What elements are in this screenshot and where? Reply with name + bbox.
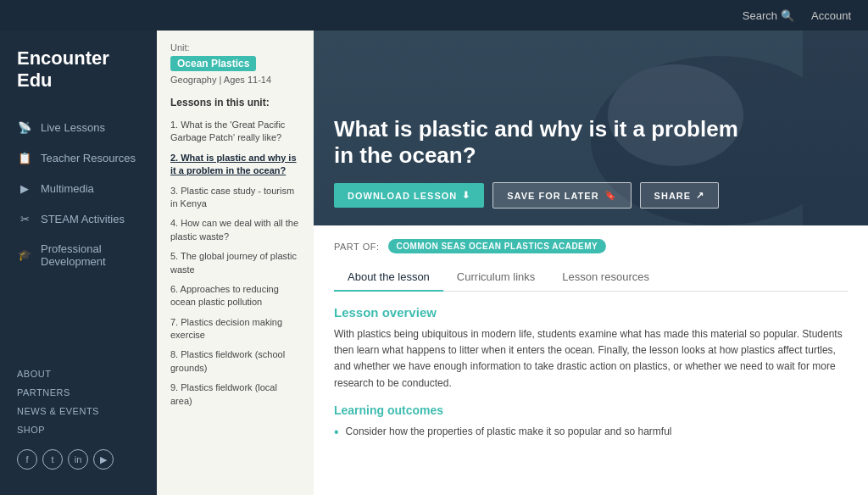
sidebar-item-professional-development[interactable]: 🎓 Professional Development: [0, 235, 157, 275]
save-for-later-button[interactable]: SAVE FOR LATER 🔖: [492, 182, 631, 209]
top-bar: Search 🔍 Account: [0, 0, 868, 31]
sidebar-item-label: STEAM Activities: [41, 213, 125, 225]
lesson-item-2[interactable]: 2. What is plastic and why is it a probl…: [170, 148, 300, 181]
sidebar-social: f t in ▶: [0, 449, 157, 478]
unit-label: Unit:: [170, 42, 300, 53]
share-button[interactable]: SHARE ↗: [640, 182, 720, 209]
hero-title: What is plastic and why is it a problem …: [334, 116, 741, 169]
save-label: SAVE FOR LATER: [507, 191, 598, 201]
shop-link[interactable]: Shop: [17, 420, 140, 439]
lessons-title: Lessons in this unit:: [170, 97, 300, 108]
lesson-item-1[interactable]: 1. What is the 'Great Pacific Garbage Pa…: [170, 115, 300, 148]
instagram-icon[interactable]: in: [68, 449, 88, 470]
main-layout: Encounter Edu 📡 Live Lessons 📋 Teacher R…: [0, 31, 868, 495]
overview-title: Lesson overview: [334, 305, 848, 320]
lesson-item-4[interactable]: 4. How can we deal with all the plastic …: [170, 214, 300, 247]
share-icon: ↗: [696, 190, 704, 201]
download-icon: ⬇: [462, 190, 470, 201]
logo: Encounter Edu: [0, 47, 157, 113]
search-label: Search: [743, 9, 777, 22]
download-lesson-button[interactable]: DOWNLOAD LESSON ⬇: [334, 183, 484, 208]
partners-link[interactable]: Partners: [17, 383, 140, 402]
sidebar-item-live-lessons[interactable]: 📡 Live Lessons: [0, 113, 157, 143]
share-label: SHARE: [654, 191, 692, 201]
sidebar-item-multimedia[interactable]: ▶ Multimedia: [0, 174, 157, 204]
lesson-item-5[interactable]: 5. The global journey of plastic waste: [170, 247, 300, 280]
tab-curriculum[interactable]: Curriculum links: [443, 264, 548, 292]
sidebar-item-teacher-resources[interactable]: 📋 Teacher Resources: [0, 143, 157, 174]
lesson-item-6[interactable]: 6. Approaches to reducing ocean plastic …: [170, 280, 300, 313]
download-label: DOWNLOAD LESSON: [348, 191, 457, 201]
professional-development-icon: 🎓: [17, 248, 32, 263]
news-events-link[interactable]: News & Events: [17, 402, 140, 420]
sidebar-item-label: Teacher Resources: [41, 152, 136, 164]
youtube-icon[interactable]: ▶: [93, 449, 114, 470]
hero-section: What is plastic and why is it a problem …: [314, 31, 868, 225]
teacher-resources-icon: 📋: [17, 151, 32, 166]
facebook-icon[interactable]: f: [17, 449, 37, 470]
tab-about[interactable]: About the lesson: [334, 264, 443, 292]
sidebar-nav: 📡 Live Lessons 📋 Teacher Resources ▶ Mul…: [0, 113, 157, 275]
overview-text: With plastics being ubiquitous in modern…: [334, 326, 848, 392]
unit-badge: Ocean Plastics: [170, 56, 256, 71]
part-of-label: PART OF:: [334, 242, 380, 252]
steam-activities-icon: ✂: [17, 212, 32, 227]
outcome-item-1: • Consider how the properties of plastic…: [334, 424, 848, 440]
tabs-row: About the lesson Curriculum links Lesson…: [334, 264, 848, 292]
unit-sub: Geography | Ages 11-14: [170, 75, 300, 85]
content-area: What is plastic and why is it a problem …: [314, 31, 868, 495]
part-of-badge[interactable]: COMMON SEAS OCEAN PLASTICS ACADEMY: [388, 239, 607, 253]
bullet-icon: •: [334, 424, 339, 440]
sidebar-item-label: Professional Development: [41, 242, 140, 268]
sidebar-footer: About Partners News & Events Shop: [0, 356, 157, 439]
logo-text: Encounter Edu: [17, 47, 140, 92]
sidebar-item-label: Multimedia: [41, 182, 94, 195]
part-of-row: PART OF: COMMON SEAS OCEAN PLASTICS ACAD…: [334, 239, 848, 253]
about-link[interactable]: About: [17, 364, 140, 383]
outcomes-title: Learning outcomes: [334, 403, 848, 417]
lesson-item-9[interactable]: 9. Plastics fieldwork (local area): [170, 378, 300, 411]
account-button[interactable]: Account: [811, 9, 851, 22]
live-lessons-icon: 📡: [17, 120, 32, 136]
sidebar-item-label: Live Lessons: [41, 121, 105, 134]
account-label: Account: [811, 9, 851, 22]
sidebar: Encounter Edu 📡 Live Lessons 📋 Teacher R…: [0, 31, 157, 495]
lesson-item-8[interactable]: 8. Plastics fieldwork (school grounds): [170, 345, 300, 378]
search-button[interactable]: Search 🔍: [743, 9, 794, 22]
lesson-item-3[interactable]: 3. Plastic case study - tourism in Kenya: [170, 181, 300, 214]
multimedia-icon: ▶: [17, 181, 32, 197]
hero-actions: DOWNLOAD LESSON ⬇ SAVE FOR LATER 🔖 SHARE…: [334, 182, 848, 209]
tab-resources[interactable]: Lesson resources: [548, 264, 663, 292]
bookmark-icon: 🔖: [604, 190, 617, 201]
content-body: PART OF: COMMON SEAS OCEAN PLASTICS ACAD…: [314, 225, 868, 495]
outcome-text: Consider how the properties of plastic m…: [346, 424, 672, 439]
unit-panel: Unit: Ocean Plastics Geography | Ages 11…: [157, 31, 314, 495]
search-icon: 🔍: [781, 9, 794, 22]
sidebar-item-steam-activities[interactable]: ✂ STEAM Activities: [0, 204, 157, 235]
lesson-item-7[interactable]: 7. Plastics decision making exercise: [170, 313, 300, 346]
twitter-icon[interactable]: t: [42, 449, 63, 470]
